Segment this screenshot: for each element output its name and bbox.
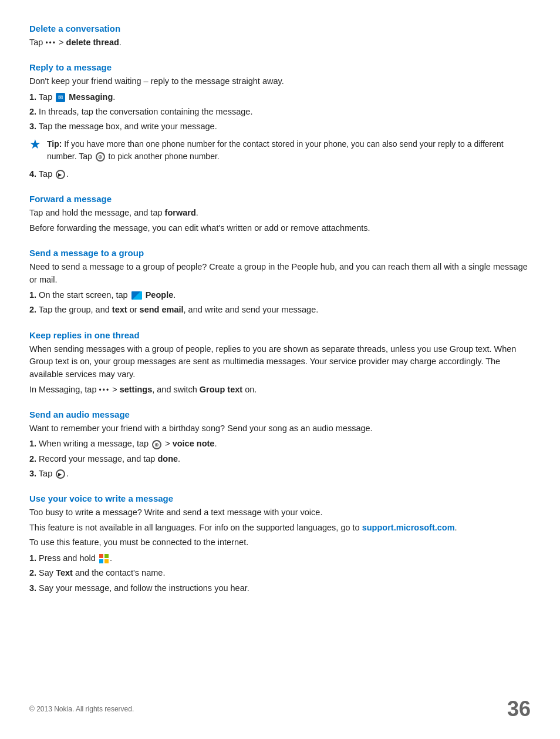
send-group-intro: Need to send a message to a group of peo… xyxy=(29,261,531,287)
dots-icon: ••• xyxy=(45,38,56,48)
voice-step-1: 1. Press and hold . xyxy=(29,552,531,565)
keep-replies-section: Keep replies in one thread When sending … xyxy=(29,330,531,397)
voice-step-3: 3. Say your message, and follow the inst… xyxy=(29,582,531,595)
send-group-section: Send a message to a group Need to send a… xyxy=(29,248,531,317)
voice-message-section: Use your voice to write a message Too bu… xyxy=(29,493,531,595)
svg-rect-0 xyxy=(99,554,103,558)
forward-line2: Before forwarding the message, you can e… xyxy=(29,222,531,235)
keep-replies-title: Keep replies in one thread xyxy=(29,330,531,340)
send-icon-2 xyxy=(56,469,65,479)
audio-step-3: 3. Tap . xyxy=(29,467,531,481)
svg-rect-2 xyxy=(99,559,103,563)
keep-replies-body: When sending messages with a group of pe… xyxy=(29,343,531,381)
star-icon: ★ xyxy=(29,137,41,152)
voice-intro: Too busy to write a message? Write and s… xyxy=(29,506,531,519)
forward-message-title: Forward a message xyxy=(29,194,531,204)
windows-icon xyxy=(99,554,109,563)
copyright: © 2013 Nokia. All rights reserved. xyxy=(29,705,134,713)
audio-message-section: Send an audio message Want to remember y… xyxy=(29,409,531,481)
reply-to-message-title: Reply to a message xyxy=(29,62,531,72)
reply-step-2: 2. In threads, tap the conversation cont… xyxy=(29,105,531,119)
people-icon xyxy=(131,291,142,300)
reply-step-3: 3. Tap the message box, and write your m… xyxy=(29,120,531,133)
voice-message-title: Use your voice to write a message xyxy=(29,493,531,503)
svg-rect-1 xyxy=(104,554,109,558)
dots-icon-2: ••• xyxy=(99,385,110,395)
messaging-icon: ✉ xyxy=(56,93,65,102)
tip-text: Tip: If you have more than one phone num… xyxy=(47,138,531,163)
delete-conversation-body: Tap ••• > delete thread. xyxy=(29,36,531,49)
forward-line1: Tap and hold the message, and tap forwar… xyxy=(29,207,531,220)
voice-step-2: 2. Say Text and the contact's name. xyxy=(29,566,531,580)
page-number: 36 xyxy=(507,697,531,721)
voice-line2: This feature is not available in all lan… xyxy=(29,522,531,535)
attach-icon: ⊕ xyxy=(152,440,161,449)
send-group-step-1: 1. On the start screen, tap People. xyxy=(29,288,531,302)
reply-to-message-section: Reply to a message Don't keep your frien… xyxy=(29,62,531,182)
send-group-step-2: 2. Tap the group, and text or send email… xyxy=(29,303,531,317)
reply-step-1: 1. Tap ✉ Messaging. xyxy=(29,90,531,104)
delete-conversation-title: Delete a conversation xyxy=(29,23,531,33)
keep-replies-line2: In Messaging, tap ••• > settings, and sw… xyxy=(29,384,531,397)
footer: © 2013 Nokia. All rights reserved. 36 xyxy=(29,697,531,721)
voice-line3: To use this feature, you must be connect… xyxy=(29,536,531,549)
audio-step-2: 2. Record your message, and tap done. xyxy=(29,452,531,466)
audio-message-title: Send an audio message xyxy=(29,409,531,419)
send-group-title: Send a message to a group xyxy=(29,248,531,258)
reply-intro: Don't keep your friend waiting – reply t… xyxy=(29,75,531,88)
svg-rect-3 xyxy=(104,559,109,563)
reply-step-4: 4. Tap . xyxy=(29,167,531,181)
delete-conversation-section: Delete a conversation Tap ••• > delete t… xyxy=(29,23,531,49)
audio-intro: Want to remember your friend with a birt… xyxy=(29,422,531,435)
phone-number-icon: ⊕ xyxy=(96,152,105,162)
tip-box: ★ Tip: If you have more than one phone n… xyxy=(29,138,531,163)
audio-step-1: 1. When writing a message, tap ⊕ > voice… xyxy=(29,437,531,451)
forward-message-section: Forward a message Tap and hold the messa… xyxy=(29,194,531,235)
send-icon xyxy=(56,170,65,179)
